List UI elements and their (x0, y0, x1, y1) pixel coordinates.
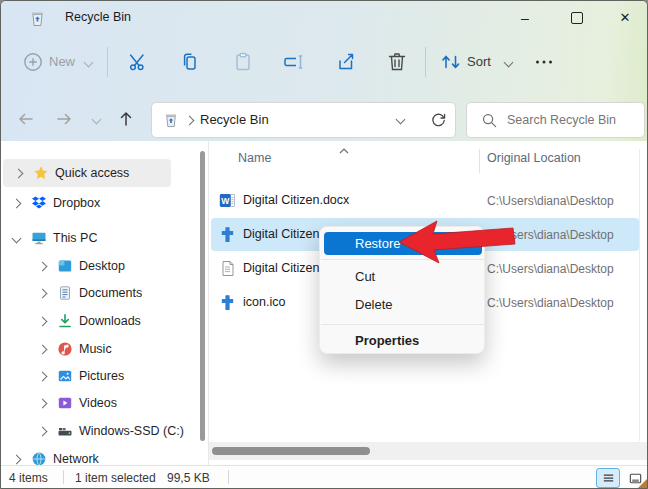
navigation-sidebar: Quick access Dropbox This PC (1, 141, 209, 465)
selection-size: 99,5 KB (167, 471, 210, 485)
sidebar-item-windows-ssd[interactable]: Windows-SSD (C:) (1, 417, 197, 445)
red-arrow-annotation (397, 219, 519, 265)
close-button[interactable]: ✕ (602, 1, 648, 34)
status-divider (63, 470, 64, 484)
sidebar-item-music[interactable]: Music (1, 335, 197, 363)
file-name: Digital Citizen. (243, 227, 323, 241)
horizontal-scrollbar[interactable] (209, 442, 648, 460)
sidebar-item-this-pc[interactable]: This PC (1, 224, 197, 252)
sidebar-item-documents[interactable]: Documents (1, 279, 197, 307)
address-bar[interactable]: Recycle Bin (151, 102, 456, 138)
search-icon (481, 112, 498, 129)
pane-edge-line (639, 149, 640, 441)
toolbar-divider (425, 47, 426, 77)
details-view-button[interactable] (596, 468, 620, 488)
delete-icon[interactable] (385, 50, 409, 74)
window-title: Recycle Bin (65, 10, 131, 24)
expand-chevron-icon[interactable] (38, 426, 48, 436)
column-header-location[interactable]: Original Location (487, 151, 581, 165)
downloads-icon (57, 313, 73, 329)
copy-icon[interactable] (178, 50, 202, 74)
rename-icon[interactable] (281, 50, 305, 74)
column-divider[interactable] (479, 149, 480, 173)
column-header-name[interactable]: Name (238, 151, 271, 165)
sidebar-scrollbar[interactable] (200, 151, 205, 441)
expand-chevron-icon[interactable] (14, 168, 24, 178)
word-file-icon: W (219, 192, 236, 209)
menu-divider (321, 324, 484, 325)
star-icon (33, 165, 49, 181)
new-button[interactable]: New (49, 54, 75, 69)
sort-button[interactable]: Sort (467, 54, 491, 69)
expand-chevron-icon[interactable] (38, 344, 48, 354)
context-menu-item-cut[interactable]: Cut (320, 263, 484, 289)
collapse-chevron-icon[interactable] (12, 233, 22, 243)
expand-chevron-icon[interactable] (12, 198, 22, 208)
maximize-button[interactable] (554, 1, 600, 34)
svg-text:W: W (221, 196, 230, 206)
sidebar-item-downloads[interactable]: Downloads (1, 307, 197, 335)
computer-icon (31, 230, 47, 246)
paste-icon[interactable] (231, 50, 255, 74)
network-icon (31, 451, 47, 465)
forward-icon[interactable] (49, 103, 79, 135)
resize-grip[interactable] (638, 479, 647, 488)
sidebar-item-desktop[interactable]: Desktop (1, 252, 197, 280)
breadcrumb-chevron-icon (185, 116, 195, 126)
drive-icon (57, 423, 73, 439)
items-count: 4 items (9, 471, 48, 485)
status-bar: 4 items 1 item selected 99,5 KB (1, 465, 648, 489)
more-icon[interactable] (532, 50, 556, 74)
up-icon[interactable] (111, 103, 141, 135)
dropbox-icon (31, 195, 47, 211)
sidebar-item-pictures[interactable]: Pictures (1, 362, 197, 390)
address-dropdown-icon[interactable] (396, 115, 406, 125)
ico-file-icon (219, 294, 236, 311)
chevron-down-icon[interactable] (84, 58, 94, 68)
file-name: icon.ico (243, 295, 285, 309)
recycle-bin-icon (29, 10, 46, 27)
toolbar-divider (107, 47, 108, 77)
music-icon (57, 341, 73, 357)
file-name: Digital Citizen. (243, 261, 323, 275)
expand-chevron-icon[interactable] (38, 261, 48, 271)
expand-chevron-icon[interactable] (12, 454, 22, 464)
status-divider (228, 470, 229, 484)
file-location: C:\Users\diana\Desktop (487, 194, 614, 208)
chevron-down-icon[interactable] (504, 58, 514, 68)
sidebar-item-videos[interactable]: Videos (1, 389, 197, 417)
recent-locations-icon[interactable] (92, 115, 102, 125)
document-file-icon (219, 260, 236, 277)
file-name: Digital Citizen.docx (243, 193, 349, 207)
breadcrumb[interactable]: Recycle Bin (200, 112, 269, 127)
refresh-icon[interactable] (429, 111, 448, 130)
search-placeholder: Search Recycle Bin (507, 113, 616, 127)
share-icon[interactable] (334, 50, 358, 74)
window-chrome: Recycle Bin – ✕ New (1, 1, 648, 141)
sidebar-item-quick-access[interactable]: Quick access (3, 159, 171, 187)
documents-icon (57, 285, 73, 301)
title-bar[interactable]: Recycle Bin – ✕ (1, 1, 648, 35)
back-icon[interactable] (11, 103, 41, 135)
selection-status: 1 item selected (75, 471, 156, 485)
cut-icon[interactable] (126, 50, 150, 74)
context-menu-item-delete[interactable]: Delete (320, 291, 484, 317)
plus-icon[interactable] (21, 50, 45, 74)
search-input[interactable]: Search Recycle Bin (466, 102, 645, 138)
expand-chevron-icon[interactable] (38, 316, 48, 326)
recycle-bin-icon (163, 112, 179, 128)
sort-icon[interactable] (439, 50, 463, 74)
file-row[interactable]: W Digital Citizen.docx C:\Users\diana\De… (211, 184, 639, 217)
command-toolbar: New (1, 37, 648, 87)
minimize-button[interactable]: – (502, 1, 548, 34)
expand-chevron-icon[interactable] (38, 371, 48, 381)
desktop-icon (57, 258, 73, 274)
expand-chevron-icon[interactable] (38, 288, 48, 298)
pictures-icon (57, 368, 73, 384)
file-location: C:\Users\diana\Desktop (487, 296, 614, 310)
horizontal-scrollbar-thumb[interactable] (212, 447, 370, 455)
sidebar-item-network[interactable]: Network (1, 445, 197, 465)
expand-chevron-icon[interactable] (38, 398, 48, 408)
sidebar-item-dropbox[interactable]: Dropbox (1, 189, 197, 217)
context-menu-item-properties[interactable]: Properties (320, 327, 484, 353)
